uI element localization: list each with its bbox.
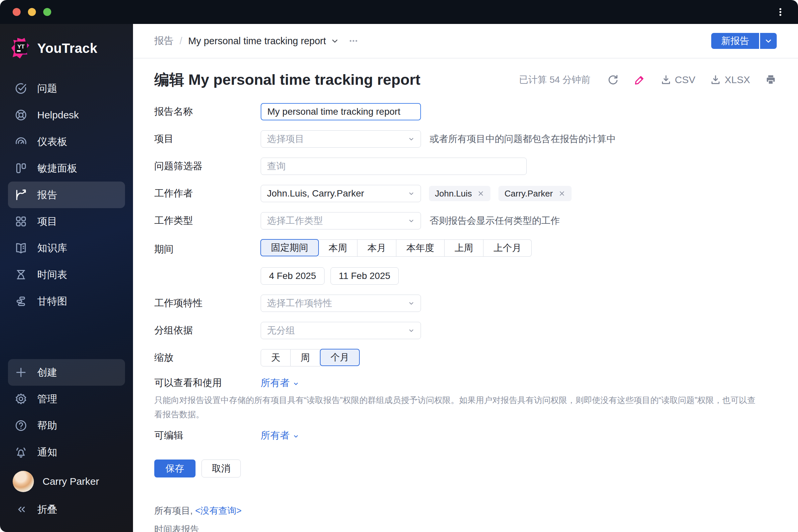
form-row-issue-filter: 问题筛选器 xyxy=(154,158,777,175)
work-authors-select[interactable]: John.Luis, Carry.Parker xyxy=(261,185,421,202)
sidebar-item-timesheets[interactable]: 时间表 xyxy=(8,261,125,288)
sidebar-item-gantt[interactable]: 甘特图 xyxy=(8,288,125,315)
chevron-down-icon xyxy=(764,37,773,45)
avatar xyxy=(13,471,34,492)
period-option-fixed[interactable]: 固定期间 xyxy=(260,239,319,256)
report-more-menu-icon[interactable] xyxy=(348,36,358,46)
scale-option-week[interactable]: 周 xyxy=(291,349,320,366)
work-item-attributes-select[interactable]: 选择工作项特性 xyxy=(261,294,421,312)
visibility-owner-dropdown[interactable]: 所有者 xyxy=(261,376,300,390)
sidebar-item-helpdesk[interactable]: Helpdesk xyxy=(8,102,125,128)
user-name: Carry Parker xyxy=(42,476,99,487)
form-row-group-by: 分组依据 无分组 xyxy=(154,322,777,339)
breadcrumb-reports-link[interactable]: 报告 xyxy=(154,34,174,48)
agile-board-icon xyxy=(14,161,28,175)
breadcrumb-current-report[interactable]: My personal time tracking report xyxy=(188,36,339,46)
sidebar-item-reports[interactable]: 报告 xyxy=(8,182,125,208)
sidebar-item-help[interactable]: 帮助 xyxy=(8,412,125,439)
report-summary: 所有项目, <没有查询> xyxy=(154,505,777,517)
work-authors-label: 工作作者 xyxy=(154,187,261,200)
sidebar-item-label: 时间表 xyxy=(37,268,67,282)
lifebuoy-icon xyxy=(14,108,28,122)
no-query-link[interactable]: <没有查询> xyxy=(195,506,242,516)
sidebar-item-issues[interactable]: 问题 xyxy=(8,75,125,102)
scale-option-day[interactable]: 天 xyxy=(261,349,291,366)
export-csv-button[interactable]: CSV xyxy=(660,74,696,86)
sidebar: YT YouTrack 问题 Helpdesk xyxy=(0,24,133,532)
sidebar-item-dashboards[interactable]: 仪表板 xyxy=(8,128,125,155)
period-option-last-week[interactable]: 上周 xyxy=(444,240,483,257)
issue-filter-label: 问题筛选器 xyxy=(154,159,261,173)
work-types-hint: 否则报告会显示任何类型的工作 xyxy=(430,214,560,227)
report-name-input[interactable] xyxy=(261,103,421,120)
sidebar-item-label: Helpdesk xyxy=(37,109,79,121)
sidebar-item-label: 报告 xyxy=(37,188,57,202)
sidebar-item-label: 仪表板 xyxy=(37,135,67,149)
sidebar-item-projects[interactable]: 项目 xyxy=(8,208,125,235)
chevron-down-icon xyxy=(407,217,415,225)
bell-icon xyxy=(14,445,28,459)
sidebar-item-agile-boards[interactable]: 敏捷面板 xyxy=(8,155,125,182)
sidebar-create-button[interactable]: 创建 xyxy=(8,359,125,386)
period-option-this-year[interactable]: 本年度 xyxy=(396,240,444,257)
sidebar-item-label: 通知 xyxy=(37,445,57,459)
sidebar-item-administration[interactable]: 管理 xyxy=(8,386,125,412)
sidebar-item-knowledge-base[interactable]: 知识库 xyxy=(8,235,125,261)
breadcrumb-separator: / xyxy=(179,36,182,46)
export-xlsx-button[interactable]: XLSX xyxy=(710,74,750,86)
projects-grid-icon xyxy=(14,214,28,228)
editable-owner-dropdown[interactable]: 所有者 xyxy=(261,429,300,442)
sidebar-item-label: 管理 xyxy=(37,392,57,406)
group-by-select[interactable]: 无分组 xyxy=(261,322,421,339)
cancel-button[interactable]: 取消 xyxy=(202,459,241,477)
sidebar-user-profile[interactable]: Carry Parker xyxy=(8,467,125,496)
sidebar-item-label: 折叠 xyxy=(37,503,57,516)
remove-author-icon[interactable] xyxy=(558,190,566,197)
save-button[interactable]: 保存 xyxy=(154,459,195,477)
chevron-down-icon xyxy=(292,433,300,440)
new-report-button[interactable]: 新报告 xyxy=(711,33,759,49)
scale-option-month[interactable]: 个月 xyxy=(320,349,360,366)
form-row-visibility: 可以查看和使用 所有者 xyxy=(154,376,777,390)
period-end-date-button[interactable]: 11 Feb 2025 xyxy=(330,267,399,285)
close-window-button[interactable] xyxy=(13,8,21,16)
projects-label: 项目 xyxy=(154,132,261,146)
form-row-work-authors: 工作作者 John.Luis, Carry.Parker John.Luis C… xyxy=(154,185,777,202)
page-header: 报告 / My personal time tracking report 新报… xyxy=(133,24,798,58)
print-button[interactable] xyxy=(765,74,777,86)
period-dates: 4 Feb 2025 11 Feb 2025 xyxy=(261,267,532,285)
issues-check-icon xyxy=(14,81,28,95)
sidebar-item-label: 创建 xyxy=(37,366,57,379)
timesheet-hourglass-icon xyxy=(14,268,28,282)
period-option-last-month[interactable]: 上个月 xyxy=(483,240,532,257)
traffic-lights xyxy=(13,8,51,16)
group-by-label: 分组依据 xyxy=(154,324,261,337)
report-type: 时间表报告 xyxy=(154,524,777,532)
recalculate-button[interactable] xyxy=(607,74,619,86)
dashboard-gauge-icon xyxy=(14,135,28,149)
sidebar-item-label: 问题 xyxy=(37,82,57,95)
new-report-dropdown-button[interactable] xyxy=(760,33,777,49)
refresh-icon xyxy=(607,74,619,86)
page-title: 编辑 My personal time tracking report xyxy=(154,70,420,90)
author-chip: Carry.Parker xyxy=(498,186,571,201)
window-menu-icon[interactable] xyxy=(775,7,785,17)
sidebar-item-notifications[interactable]: 通知 xyxy=(8,439,125,466)
chevron-down-icon xyxy=(407,326,415,335)
period-start-date-button[interactable]: 4 Feb 2025 xyxy=(261,267,324,285)
form-row-work-item-attributes: 工作项特性 选择工作项特性 xyxy=(154,294,777,312)
remove-author-icon[interactable] xyxy=(477,190,484,197)
zoom-window-button[interactable] xyxy=(43,8,51,16)
projects-select[interactable]: 选择项目 xyxy=(261,130,421,148)
period-option-this-month[interactable]: 本月 xyxy=(358,240,396,257)
download-icon xyxy=(710,74,721,86)
summary-prefix: 所有项目, xyxy=(154,506,193,516)
editable-label: 可编辑 xyxy=(154,429,261,442)
minimize-window-button[interactable] xyxy=(28,8,36,16)
issue-filter-input[interactable] xyxy=(261,158,527,175)
work-types-select[interactable]: 选择工作类型 xyxy=(261,212,421,229)
period-option-this-week[interactable]: 本周 xyxy=(319,240,358,257)
new-report-split-button: 新报告 xyxy=(711,33,777,49)
sidebar-collapse-button[interactable]: 折叠 xyxy=(8,496,125,523)
edit-report-button[interactable] xyxy=(634,74,646,86)
